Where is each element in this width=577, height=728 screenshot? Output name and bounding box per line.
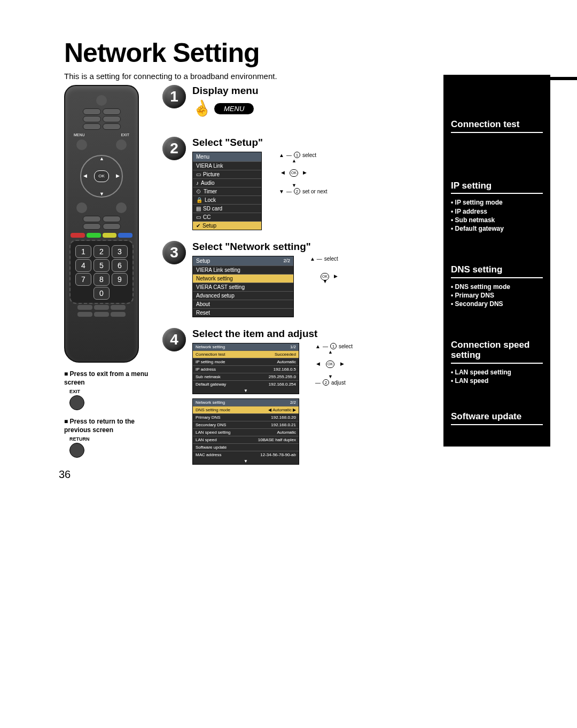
nav-pad-icon: ▼ ▶ OK <box>310 262 340 292</box>
note-return: Press to return to the previous screen <box>64 418 150 434</box>
table-row[interactable]: DNS setting mode◀ Automatic ▶ <box>193 406 299 413</box>
annot-select: select <box>339 343 353 349</box>
key-2[interactable]: 2 <box>93 245 110 258</box>
menu-item[interactable]: VIERA Link <box>193 161 261 170</box>
menu-item[interactable]: VIERA Link setting <box>193 265 293 274</box>
sidebar-dns-setting: DNS setting <box>451 265 543 275</box>
nav-pad-icon: ▲ ▼ ◀ ▶ OK <box>315 349 345 379</box>
menu-item[interactable]: ♪ Audio <box>193 178 261 187</box>
key-1[interactable]: 1 <box>75 245 91 258</box>
key-4[interactable]: 4 <box>75 259 91 272</box>
network-table-2: Network setting2/2 DNS setting mode◀ Aut… <box>192 398 299 465</box>
sidebar-item: Secondary DNS <box>451 300 543 308</box>
hand-icon: ☝ <box>190 97 213 120</box>
key-0[interactable]: 0 <box>93 287 110 300</box>
sidebar-item: LAN speed setting <box>451 368 543 377</box>
page-number: 36 <box>59 468 71 481</box>
step-1-badge: 1 <box>162 85 186 108</box>
sidebar: Connection test IP setting IP setting mo… <box>443 75 550 447</box>
return-button-icon <box>69 443 84 458</box>
menu-item-setup[interactable]: ✔ Setup <box>193 221 261 230</box>
page-title: Network Setting <box>64 37 550 68</box>
menu-item[interactable]: About <box>193 300 293 308</box>
menu-button[interactable]: MENU <box>214 103 254 114</box>
annot-select: select <box>324 256 338 262</box>
osd-main-menu: Menu VIERA Link ▭ Picture ♪ Audio ⏲ Time… <box>192 152 262 230</box>
note-exit: Press to exit from a menu screen <box>64 370 150 387</box>
remote-control: MENU EXIT ▲ ▼ ◀ ▶ OK <box>64 85 139 363</box>
sidebar-item: Primary DNS <box>451 291 543 300</box>
sidebar-item: Sub netmask <box>451 216 543 224</box>
sidebar-ip-setting: IP setting <box>451 181 543 191</box>
osd-setup-menu: Setup2/2 VIERA Link setting Network sett… <box>192 256 294 317</box>
key-9[interactable]: 9 <box>112 273 128 286</box>
table-row[interactable]: MAC address12-34-56-78-90-ab <box>193 451 299 458</box>
key-3[interactable]: 3 <box>112 245 128 258</box>
annot-adjust: adjust <box>331 380 346 386</box>
step-2-badge: 2 <box>162 137 186 160</box>
remote-menu-label: MENU <box>74 133 85 137</box>
sidebar-item: IP setting mode <box>451 198 543 207</box>
menu-item[interactable]: ▭ Picture <box>193 170 261 178</box>
table-row[interactable]: Sub netmask255.255.255.0 <box>193 373 299 380</box>
table-row[interactable]: LAN speed settingAutomatic <box>193 428 299 436</box>
sidebar-item: IP address <box>451 207 543 216</box>
table-row[interactable]: Software update <box>193 443 299 451</box>
key-5[interactable]: 5 <box>93 259 110 272</box>
menu-item[interactable]: Reset <box>193 308 293 317</box>
exit-btn-label: EXIT <box>69 389 150 394</box>
menu-item-network[interactable]: Network setting <box>193 274 293 283</box>
annot-select: select <box>302 152 316 158</box>
menu-item[interactable]: VIERA CAST setting <box>193 283 293 291</box>
table-row[interactable]: Connection testSucceeded <box>193 350 299 358</box>
sidebar-software-update: Software update <box>451 412 543 422</box>
remote-numpad[interactable]: 1 2 3 4 5 6 7 8 9 0 <box>71 241 132 303</box>
table-row[interactable]: Primary DNS192.168.0.20 <box>193 413 299 421</box>
menu-item[interactable]: Advanced setup <box>193 291 293 300</box>
sidebar-speed-setting: Connection speed setting <box>451 340 543 360</box>
sidebar-item: Default gateway <box>451 224 543 233</box>
exit-button-icon <box>69 395 84 410</box>
nav-pad-icon: ▲ ▼ ◀ ▶ OK <box>279 158 309 188</box>
step-4-badge: 4 <box>162 328 186 351</box>
remote-exit-label: EXIT <box>121 133 129 137</box>
annot-setnext: set or next <box>302 189 328 194</box>
key-7[interactable]: 7 <box>75 273 91 286</box>
table-row[interactable]: IP setting modeAutomatic <box>193 358 299 365</box>
key-8[interactable]: 8 <box>93 273 110 286</box>
menu-item[interactable]: ▤ SD card <box>193 204 261 213</box>
network-table-1: Network setting1/2 Connection testSuccee… <box>192 343 299 394</box>
table-row[interactable]: IP address192.168.0.5 <box>193 365 299 373</box>
menu-item[interactable]: 🔒Lock <box>193 195 261 204</box>
sidebar-item: LAN speed <box>451 377 543 385</box>
table-row[interactable]: Default gateway192.168.0.254 <box>193 380 299 388</box>
menu-item[interactable]: ⏲ Timer <box>193 187 261 195</box>
remote-ok-button[interactable]: OK <box>94 170 109 182</box>
step-3-badge: 3 <box>162 241 186 264</box>
table-row[interactable]: LAN speed10BASE half duplex <box>193 436 299 443</box>
sidebar-item: DNS setting mode <box>451 283 543 291</box>
key-6[interactable]: 6 <box>112 259 128 272</box>
remote-dpad[interactable]: ▲ ▼ ◀ ▶ OK <box>80 155 123 198</box>
menu-item[interactable]: ▭ CC <box>193 213 261 221</box>
sidebar-connection-test: Connection test <box>451 120 543 130</box>
return-btn-label: RETURN <box>69 436 150 442</box>
table-row[interactable]: Secondary DNS192.168.0.21 <box>193 421 299 428</box>
